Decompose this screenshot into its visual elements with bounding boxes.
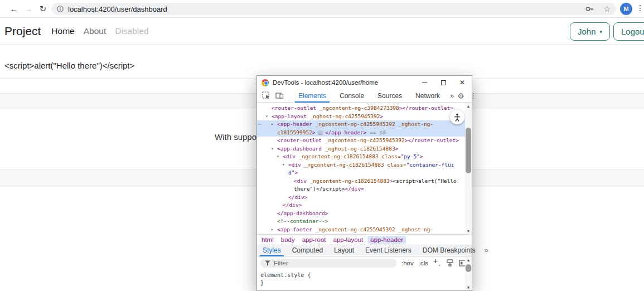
code-segment: _ngcontent-ng-c4255945392 _nghost-ng- — [312, 226, 433, 232]
dom-tree: <router-outlet _ngcontent-ng-c3984273398… — [257, 103, 465, 234]
inspect-element-icon[interactable] — [262, 91, 270, 100]
sidebar-tab-styles[interactable]: Styles — [257, 244, 287, 256]
code-segment: <app-header — [277, 121, 312, 127]
toggle-element-state[interactable]: :hov — [401, 260, 414, 266]
close-button[interactable]: ✕ — [453, 76, 472, 89]
code-segment: <div — [283, 153, 296, 159]
code-segment: </div> — [288, 194, 307, 200]
rendering-emulation-icon[interactable] — [446, 259, 454, 266]
new-style-rule-icon[interactable]: +⌄ — [433, 258, 441, 268]
dom-tree-row[interactable]: d"> — [257, 169, 465, 177]
code-segment: _ngcontent-ng-c4255945392 _nghost-ng- — [312, 121, 433, 127]
code-segment: ></router-outlet> — [399, 105, 453, 111]
forward-icon[interactable]: → — [21, 4, 36, 13]
expand-arrow-icon[interactable]: ▸ — [271, 226, 274, 234]
scrollbar-thumb[interactable] — [466, 264, 471, 272]
styles-scrollbar[interactable]: ▲ ▼ — [465, 256, 472, 290]
nav-item-home[interactable]: Home — [51, 26, 74, 36]
accessibility-person-icon[interactable] — [450, 110, 464, 124]
bookmark-star-icon[interactable]: ☆ — [603, 4, 611, 13]
dom-tree-row[interactable]: ▾<app-layout _nghost-ng-c4255945392> — [257, 113, 465, 121]
breadcrumb-body[interactable]: body — [278, 236, 298, 244]
dom-tree-row[interactable]: ▾<app-dashboard _nghost-ng-c1826154883> — [257, 145, 465, 153]
collapse-arrow-icon[interactable]: ▾ — [282, 161, 285, 169]
breadcrumb-app-layout[interactable]: app-layout — [331, 236, 366, 244]
maximize-button[interactable] — [434, 76, 453, 89]
styles-sidebar-tabs: StylesComputedLayoutEvent ListenersDOM B… — [257, 244, 472, 256]
back-icon[interactable]: ← — [7, 4, 21, 13]
dom-tree-row[interactable]: ▾<div _ngcontent-ng-c1826154883 class="c… — [257, 161, 465, 169]
code-segment: <router-outlet — [277, 137, 322, 143]
styles-filter-input[interactable] — [274, 260, 374, 266]
dom-tree-row[interactable]: </div> — [257, 201, 465, 210]
sidebar-tab-dom-breakpoints[interactable]: DOM Breakpoints — [417, 244, 481, 256]
devtools-tab-sources[interactable]: Sources — [371, 89, 409, 103]
scroll-down-icon[interactable]: ▼ — [465, 284, 472, 290]
user-dropdown-label: John — [578, 27, 596, 36]
dom-tree-row[interactable]: <!--container--> — [257, 217, 465, 226]
scrollbar-thumb[interactable] — [466, 128, 471, 173]
collapse-arrow-icon[interactable]: ▾ — [271, 145, 274, 153]
breadcrumb-html[interactable]: html — [259, 236, 277, 244]
breadcrumb-app-root[interactable]: app-root — [299, 236, 329, 244]
breadcrumb-app-header[interactable]: app-header — [367, 236, 406, 244]
row-more-actions-icon[interactable]: ⋯ — [258, 120, 261, 129]
devtools-titlebar[interactable]: DevTools - localhost:4200/user/home ✕ — [257, 76, 472, 89]
password-key-icon[interactable] — [585, 6, 594, 12]
element-style-rule[interactable]: element.style { } — [260, 269, 311, 287]
dom-tree-row[interactable]: <router-outlet _ngcontent-ng-c3984273398… — [257, 104, 465, 113]
browser-menu-icon[interactable]: ⋮ — [636, 3, 644, 12]
code-segment: there")</script> — [294, 186, 345, 192]
settings-gear-icon[interactable]: ⚙ — [457, 91, 464, 100]
scroll-up-icon[interactable]: ▲ — [465, 256, 472, 263]
code-segment: ></router-outlet> — [405, 137, 459, 143]
dom-tree-row[interactable]: there")</script></div> — [257, 185, 465, 193]
elements-scrollbar[interactable]: ▲ ▼ — [465, 103, 472, 234]
dom-tree-row[interactable]: <router-outlet _ngcontent-ng-c4255945392… — [257, 137, 465, 145]
devtools-tab-network[interactable]: Network — [409, 89, 447, 103]
dom-tree-row[interactable]: ▾<div _ngcontent-ng-c1826154883 class="p… — [257, 153, 465, 161]
sidebar-tab-layout[interactable]: Layout — [328, 244, 360, 256]
minimize-button[interactable] — [415, 76, 434, 89]
filter-funnel-icon — [265, 260, 270, 266]
code-segment: > — [312, 129, 316, 135]
expand-arrow-icon[interactable]: ▸ — [271, 120, 274, 129]
devtools-tab-elements[interactable]: Elements — [292, 89, 333, 103]
devtools-tabs: ElementsConsoleSourcesNetwork — [292, 89, 447, 103]
brand[interactable]: Project — [4, 25, 41, 38]
address-bar[interactable]: localhost:4200/user/dashboard ☆ — [51, 3, 616, 15]
code-segment: == $0 — [366, 129, 385, 135]
code-segment: > — [420, 153, 423, 159]
devtools-tab-console[interactable]: Console — [333, 89, 371, 103]
dom-tree-row[interactable]: </div> — [257, 193, 465, 202]
nav-item-about[interactable]: About — [84, 26, 106, 36]
site-info-icon[interactable] — [57, 6, 64, 12]
code-segment: _nghost-ng-c4255945392 — [307, 113, 380, 119]
refresh-icon[interactable]: ↻ — [36, 4, 50, 14]
code-segment: _ngcontent-ng-c3984273398 — [316, 105, 399, 111]
sidebar-tab-event-listeners[interactable]: Event Listeners — [360, 244, 417, 256]
styles-filter-input-wrap[interactable] — [260, 259, 396, 268]
code-segment: _ngcontent-ng-c1826154883 class= — [296, 153, 401, 159]
logout-button[interactable]: Logout — [613, 22, 644, 41]
code-segment: <app-layout — [272, 113, 307, 119]
collapsed-content-icon[interactable]: … — [317, 130, 323, 135]
devtools-menu-icon[interactable]: ⋮ — [467, 91, 479, 100]
sidebar-more-tabs-icon[interactable]: » — [481, 246, 492, 254]
collapse-arrow-icon[interactable]: ▾ — [265, 113, 268, 121]
collapse-arrow-icon[interactable]: ▾ — [277, 153, 279, 161]
code-segment: </app-dashboard> — [277, 210, 328, 216]
toggle-classes[interactable]: .cls — [419, 260, 428, 266]
dom-tree-row[interactable]: ▸<app-footer _ngcontent-ng-c4255945392 _… — [257, 226, 465, 234]
profile-avatar[interactable]: M — [620, 3, 632, 15]
scroll-down-icon[interactable]: ▼ — [465, 227, 472, 234]
sidebar-tab-computed[interactable]: Computed — [287, 244, 328, 256]
device-toolbar-icon[interactable] — [275, 92, 284, 99]
dom-tree-row[interactable]: <div _ngcontent-ng-c1826154883><script>a… — [257, 177, 465, 186]
more-tabs-icon[interactable]: » — [447, 91, 457, 100]
scroll-up-icon[interactable]: ▲ — [465, 103, 472, 109]
dom-tree-row[interactable]: c1815599952>…</app-header> == $0 — [257, 129, 465, 137]
user-dropdown-button[interactable]: John ▾ — [570, 22, 610, 41]
dom-tree-row[interactable]: ⋯▸<app-header _ngcontent-ng-c4255945392 … — [257, 120, 465, 129]
dom-tree-row[interactable]: </app-dashboard> — [257, 210, 465, 218]
